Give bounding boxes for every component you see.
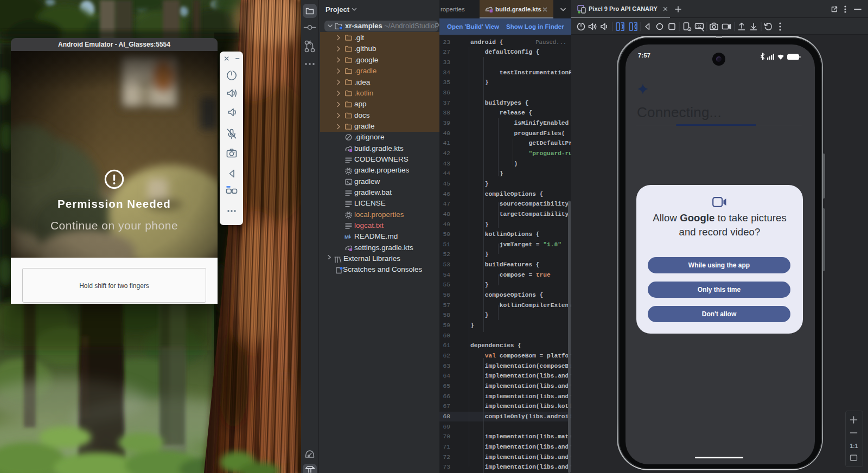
svg-text:M: M [344, 234, 349, 240]
svg-text:1:1: 1:1 [850, 443, 858, 449]
